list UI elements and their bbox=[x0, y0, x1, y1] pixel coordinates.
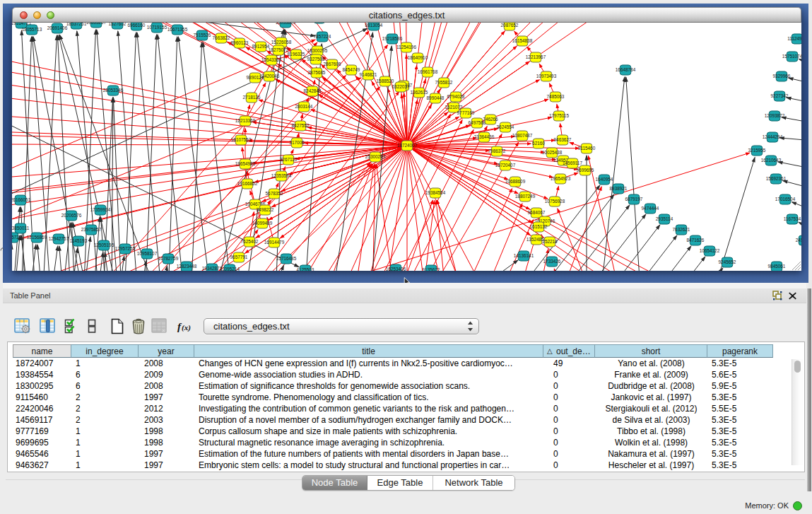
table-row[interactable]: 977716911998Corpus callosum shape and si… bbox=[13, 426, 773, 438]
graph-node-label: 9463627 bbox=[554, 137, 572, 142]
cell-out_de: 0 bbox=[543, 426, 595, 438]
table-row[interactable]: 1938455462009Genome-wide association stu… bbox=[13, 370, 773, 381]
table-settings-icon[interactable] bbox=[14, 318, 30, 337]
table-scrollbar[interactable] bbox=[792, 359, 803, 465]
column-header-year[interactable]: year bbox=[139, 344, 194, 358]
new-document-icon[interactable] bbox=[110, 318, 124, 337]
cell-year: 2009 bbox=[139, 370, 194, 381]
graph-node-label: 10807487 bbox=[512, 133, 533, 138]
cell-name: 22420046 bbox=[13, 404, 71, 415]
column-header-title[interactable]: title bbox=[194, 344, 543, 358]
cell-title: Estimation of significance thresholds fo… bbox=[194, 381, 543, 392]
table-select-dropdown[interactable]: citations_edges.txt bbox=[204, 318, 479, 334]
cell-pagerank: 5.3E-5 bbox=[707, 426, 773, 438]
graph-node-label: 9135672 bbox=[423, 267, 440, 271]
graph-node-label: 16154838 bbox=[512, 38, 533, 43]
trash-icon[interactable] bbox=[131, 318, 146, 337]
table-header-row: namein_degreeyeartitleout_de…△shortpager… bbox=[13, 344, 773, 358]
column-header-in_degree[interactable]: in_degree bbox=[71, 344, 139, 358]
graph-node-label: 16107553 bbox=[231, 137, 252, 142]
tab-network-table[interactable]: Network Table bbox=[433, 476, 514, 491]
cell-title: Corpus callosum shape and size in male p… bbox=[194, 426, 543, 438]
cell-pagerank: 5.3E-5 bbox=[707, 358, 773, 370]
column-header-short[interactable]: short bbox=[595, 344, 707, 358]
cell-out_de: 0 bbox=[543, 460, 595, 472]
network-graph[interactable]: 1916472118055713206914061853725110853257… bbox=[12, 23, 801, 271]
graph-node-label: 19654985 bbox=[235, 161, 256, 166]
cell-name: 18724007 bbox=[13, 358, 71, 370]
network-canvas[interactable]: 1916472118055713206914061853725110853257… bbox=[12, 23, 801, 271]
tab-node-table[interactable]: Node Table bbox=[302, 476, 367, 491]
column-header-out_de[interactable]: out_de…△ bbox=[543, 344, 595, 358]
cell-pagerank: 5.3E-5 bbox=[707, 449, 773, 460]
graph-node-label: 2875685 bbox=[308, 70, 326, 75]
graph-node-label: 14136141 bbox=[514, 253, 534, 258]
table-row[interactable]: 946554611997Estimation of the future num… bbox=[13, 449, 773, 460]
graph-node-label: 9845061 bbox=[768, 264, 786, 269]
left-edge-mark bbox=[0, 247, 4, 252]
graph-node[interactable] bbox=[314, 23, 325, 23]
graph-node-label: 26166051 bbox=[12, 197, 31, 202]
cell-out_de: 0 bbox=[543, 449, 595, 460]
graph-node-label: 8242848 bbox=[304, 88, 322, 93]
function-builder-icon[interactable]: f (x) bbox=[177, 320, 192, 337]
graph-node-label: 12505195 bbox=[94, 243, 114, 247]
cell-year: 2008 bbox=[139, 358, 194, 370]
cell-in_degree: 1 bbox=[71, 426, 139, 438]
graph-node-label: 12942757 bbox=[49, 236, 69, 241]
graph-node-label: 12444294 bbox=[763, 134, 783, 139]
cell-title: Disruption of a novel member of a sodium… bbox=[194, 415, 543, 426]
panel-divider-strip[interactable] bbox=[3, 283, 806, 288]
graph-node-label: 2087652 bbox=[501, 23, 519, 28]
graph-node-label: 8990448 bbox=[427, 95, 445, 100]
graph-node-label: 8427552 bbox=[292, 123, 310, 128]
cell-year: 1998 bbox=[139, 438, 194, 449]
status-bar: Memory: OK bbox=[745, 499, 802, 512]
table-row[interactable]: 1872400712008Changes of HCN gene express… bbox=[13, 358, 773, 370]
graph-node-label: 20206576 bbox=[61, 213, 82, 218]
cell-name: 14569117 bbox=[13, 415, 71, 426]
row-height-icon[interactable] bbox=[87, 318, 97, 337]
table-row[interactable]: 969969511998Structural magnetic resonanc… bbox=[13, 438, 773, 449]
table-column-icon[interactable] bbox=[40, 318, 56, 337]
cell-name: 9463627 bbox=[13, 460, 71, 472]
graph-node-label: 28053346 bbox=[103, 88, 124, 93]
canvas-resize-grip[interactable] bbox=[792, 262, 801, 270]
graph-node-label: 2935114 bbox=[656, 216, 673, 221]
table-row[interactable]: 1830029562008Estimation of significance … bbox=[13, 381, 773, 392]
table-select-value: citations_edges.txt bbox=[213, 319, 290, 334]
graph-node-label: 3215955 bbox=[748, 148, 766, 153]
column-header-name[interactable]: name bbox=[13, 344, 71, 358]
network-window-titlebar[interactable]: citations_edges.txt bbox=[12, 7, 801, 23]
table-row[interactable]: 911546021997Tourette syndrome. Phenomeno… bbox=[13, 392, 773, 404]
graph-node-label: 17359934 bbox=[90, 207, 111, 212]
graph-node-label: 9684067 bbox=[528, 210, 546, 215]
network-window: citations_edges.txt 19164721180557132069… bbox=[12, 7, 801, 271]
graph-node-label: 17957255 bbox=[115, 246, 136, 251]
graph-node-label: 9915722 bbox=[12, 235, 22, 240]
table-row[interactable]: 2242004622012Investigating the contribut… bbox=[13, 404, 773, 415]
graph-node-label: 10654122 bbox=[700, 248, 720, 253]
graph-node-label: 1621072 bbox=[445, 105, 463, 110]
float-panel-icon[interactable] bbox=[772, 291, 782, 300]
network-desktop: citations_edges.txt 19164721180557132069… bbox=[3, 4, 809, 283]
graph-node-label: 5678352 bbox=[266, 191, 283, 196]
graph-node-label: 21364436 bbox=[474, 134, 495, 139]
graph-node-label: 10719155 bbox=[147, 25, 167, 30]
cell-title: Estimation of the future numbers of pati… bbox=[194, 449, 543, 460]
graph-node-label: 9474444 bbox=[642, 206, 659, 211]
select-rows-icon[interactable] bbox=[64, 318, 78, 337]
graph-node-label: 16914479 bbox=[264, 240, 285, 245]
table-row[interactable]: 1456911722003Disruption of a novel membe… bbox=[13, 415, 773, 426]
right-scroll-strip bbox=[806, 288, 812, 493]
table-scrollbar-thumb[interactable] bbox=[794, 361, 801, 373]
graph-node-label: 14569117 bbox=[563, 160, 582, 165]
graph-node-label: 16033809 bbox=[276, 23, 296, 25]
table-row[interactable]: 946362711997Embryonic stem cells: a mode… bbox=[13, 460, 773, 472]
graph-node-label: 19166852 bbox=[237, 181, 258, 186]
column-header-pagerank[interactable]: pagerank bbox=[707, 344, 773, 358]
graph-node-label: 18640910 bbox=[408, 55, 428, 60]
close-panel-icon[interactable] bbox=[788, 291, 798, 300]
table-body: 1872400712008Changes of HCN gene express… bbox=[13, 358, 773, 472]
tab-edge-table[interactable]: Edge Table bbox=[367, 476, 433, 491]
